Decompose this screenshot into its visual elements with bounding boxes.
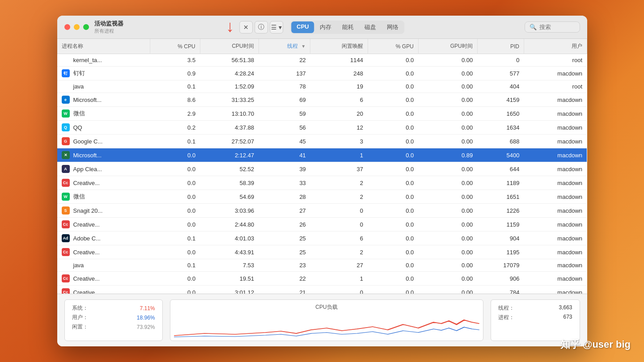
close-process-button[interactable]: ✕	[239, 21, 253, 34]
tab-network[interactable]: 网络	[381, 21, 404, 33]
process-name-label: Creative...	[73, 221, 100, 228]
tab-energy[interactable]: 能耗	[337, 21, 359, 33]
table-row[interactable]: ✕Microsoft...0.02:12.474110.00.895400mac…	[57, 148, 587, 162]
process-name-label: Creative...	[73, 275, 100, 282]
title-bar: 活动监视器 所有进程 ✕ ⓘ ☰ ▾ CPU 内存 能耗 磁盘 网络 🔍	[57, 16, 587, 39]
process-name-cell: SSnagit 20...	[57, 204, 150, 218]
system-cpu-row: 系统： 7.11%	[72, 304, 155, 312]
tab-disk[interactable]: 磁盘	[359, 21, 381, 33]
cell-pid: 1650	[477, 107, 524, 121]
creative3-icon: Cc	[62, 248, 70, 256]
cell-gpu_time: 0.00	[418, 232, 477, 245]
search-input[interactable]	[539, 24, 575, 30]
search-box[interactable]: 🔍	[525, 21, 580, 33]
cell-gpu: 0.0	[368, 67, 418, 80]
thread-value: 3,663	[559, 304, 572, 312]
cell-cpu: 0.2	[150, 121, 200, 135]
activity-monitor-window: 活动监视器 所有进程 ✕ ⓘ ☰ ▾ CPU 内存 能耗 磁盘 网络 🔍	[57, 16, 587, 346]
thread-count-row: 线程： 3,663	[498, 304, 572, 312]
process-view-button[interactable]: ☰ ▾	[270, 21, 283, 34]
process-name-cell: W微信	[57, 107, 150, 121]
table-row[interactable]: CcCreative...0.03:01.122100.00.00784macd…	[57, 286, 587, 294]
minimize-button[interactable]	[74, 24, 80, 30]
table-row[interactable]: QQQ0.24:37.8856120.00.001634macdown	[57, 121, 587, 135]
process-name-cell: 钉钉钉	[57, 67, 150, 80]
cell-threads: 59	[258, 107, 310, 121]
cell-idle_wake: 12	[310, 121, 368, 135]
user-cpu-label: 用户：	[72, 314, 88, 321]
cell-pid: 1634	[477, 121, 524, 135]
cell-threads: 33	[258, 176, 310, 190]
col-header-threads[interactable]: 线程 ▼	[258, 39, 310, 54]
table-row[interactable]: W微信0.054.692820.00.001651macdown	[57, 190, 587, 204]
system-cpu-label: 系统：	[72, 304, 88, 312]
cell-user: macdown	[524, 245, 587, 259]
close-button[interactable]	[64, 24, 70, 30]
table-row[interactable]: CcCreative...0.04:43.912520.00.001195mac…	[57, 245, 587, 259]
col-header-name[interactable]: 进程名称	[57, 39, 150, 54]
cell-user: macdown	[524, 135, 587, 148]
maximize-button[interactable]	[83, 24, 89, 30]
system-cpu-value: 7.11%	[140, 305, 155, 311]
table-row[interactable]: W微信2.913:10.7059200.00.001650macdown	[57, 107, 587, 121]
app-title-sub: 所有进程	[94, 28, 123, 34]
process-name-label: App Clea...	[73, 166, 102, 173]
cell-gpu_time: 0.00	[418, 67, 477, 80]
cell-user: macdown	[524, 259, 587, 272]
cell-idle_wake: 1	[310, 272, 368, 286]
cell-cpu_time: 13:10.70	[200, 107, 258, 121]
col-header-idle[interactable]: 闲置唤醒	[310, 39, 368, 54]
cell-cpu: 0.0	[150, 286, 200, 294]
col-header-user[interactable]: 用户	[524, 39, 587, 54]
cell-gpu: 0.0	[368, 54, 418, 67]
table-header-row: 进程名称 % CPU CPU时间 线程 ▼ 闲置唤醒 % GPU GPU时间 P…	[57, 39, 587, 54]
tab-memory[interactable]: 内存	[314, 21, 337, 33]
table-row[interactable]: CcCreative...0.019.512210.00.00906macdow…	[57, 272, 587, 286]
excel-icon: ✕	[62, 151, 70, 159]
table-row[interactable]: GGoogle C...0.127:52.074530.00.00688macd…	[57, 135, 587, 148]
cell-pid: 0	[477, 54, 524, 67]
table-row[interactable]: java0.17.5323270.00.0017079macdown	[57, 259, 587, 272]
cell-idle_wake: 1	[310, 148, 368, 162]
process-value: 673	[563, 314, 572, 321]
tab-cpu[interactable]: CPU	[291, 21, 314, 33]
process-name-cell: CcCreative...	[57, 245, 150, 259]
cell-pid: 904	[477, 232, 524, 245]
table-row[interactable]: java0.11:52.0978190.00.00404root	[57, 80, 587, 93]
cell-idle_wake: 2	[310, 245, 368, 259]
cell-threads: 39	[258, 162, 310, 176]
table-row[interactable]: AdAdobe C...0.14:01.032560.00.00904macdo…	[57, 232, 587, 245]
col-header-pid[interactable]: PID	[477, 39, 524, 54]
cell-idle_wake: 1144	[310, 54, 368, 67]
tab-group: CPU 内存 能耗 磁盘 网络	[290, 21, 404, 34]
cell-cpu_time: 54.69	[200, 190, 258, 204]
cell-user: macdown	[524, 232, 587, 245]
cell-cpu_time: 4:37.88	[200, 121, 258, 135]
cell-cpu_time: 3:01.12	[200, 286, 258, 294]
cell-idle_wake: 6	[310, 232, 368, 245]
table-row[interactable]: kernel_ta...3.556:51.382211440.00.000roo…	[57, 54, 587, 67]
process-table-container[interactable]: 进程名称 % CPU CPU时间 线程 ▼ 闲置唤醒 % GPU GPU时间 P…	[57, 39, 587, 294]
info-button[interactable]: ⓘ	[254, 21, 268, 34]
cell-threads: 23	[258, 259, 310, 272]
cell-pid: 404	[477, 80, 524, 93]
table-row[interactable]: 钉钉钉0.94:28.241372480.00.00577macdown	[57, 67, 587, 80]
col-header-gpu[interactable]: % GPU	[368, 39, 418, 54]
cell-cpu_time: 56:51.38	[200, 54, 258, 67]
process-name-label: java	[73, 262, 84, 269]
table-row[interactable]: AApp Clea...0.052.5239370.00.00644macdow…	[57, 162, 587, 176]
cell-cpu: 0.1	[150, 259, 200, 272]
cell-gpu_time: 0.00	[418, 245, 477, 259]
col-header-gputime[interactable]: GPU时间	[418, 39, 477, 54]
col-header-cpu[interactable]: % CPU	[150, 39, 200, 54]
table-row[interactable]: CcCreative...0.058.393320.00.001189macdo…	[57, 176, 587, 190]
cell-idle_wake: 20	[310, 107, 368, 121]
cell-cpu_time: 1:52.09	[200, 80, 258, 93]
cell-idle_wake: 37	[310, 162, 368, 176]
cell-idle_wake: 248	[310, 67, 368, 80]
table-row[interactable]: CcCreative...0.02:44.802600.00.001159mac…	[57, 218, 587, 232]
table-row[interactable]: SSnagit 20...0.03:03.962700.00.001226mac…	[57, 204, 587, 218]
cell-gpu_time: 0.00	[418, 121, 477, 135]
col-header-cputime[interactable]: CPU时间	[200, 39, 258, 54]
table-row[interactable]: eMicrosoft...8.631:33.256960.00.004159ma…	[57, 93, 587, 107]
